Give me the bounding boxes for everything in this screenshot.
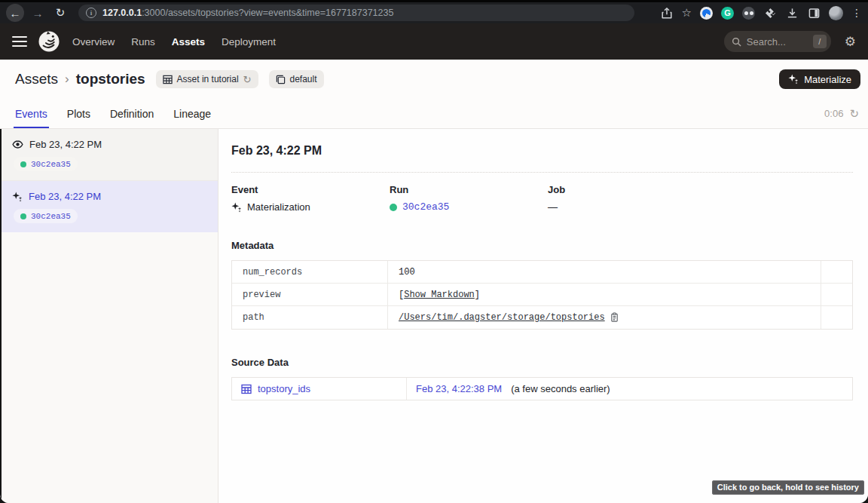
hamburger-menu-icon[interactable] [12,36,27,48]
table-row: topstory_ids Feb 23, 4:22:38 PM (a few s… [232,378,852,400]
metadata-extra-cell [821,284,852,305]
bracket-close: ] [475,290,480,300]
event-detail-panel: Feb 23, 4:22 PM Event Materialization Ru… [219,129,868,503]
sparkle-icon [788,74,799,84]
search-icon [732,37,741,47]
table-row: path /Users/tim/.dagster/storage/topstor… [232,306,852,329]
run-id-link[interactable]: 30c2ea35 [31,160,71,169]
tab-events[interactable]: Events [15,99,47,128]
copy-stack-icon [276,75,286,84]
search-placeholder: Search... [747,36,813,48]
app-window: ← → ↻ i 127.0.0.1:3000/assets/topstories… [0,0,868,503]
browser-profile-avatar[interactable] [829,6,843,20]
table-row: num_records 100 [232,261,852,284]
share-icon[interactable] [660,6,674,20]
browser-toolbar: ← → ↻ i 127.0.0.1:3000/assets/topstories… [0,0,868,23]
metadata-section-title: Metadata [231,240,853,251]
materialize-label: Materialize [804,74,851,85]
badge-refresh-icon[interactable]: ↻ [243,75,252,84]
extension-clock-icon[interactable] [700,7,713,20]
sparkle-icon [231,202,242,213]
source-timestamp-link[interactable]: Feb 23, 4:22:38 PM [416,383,502,394]
job-column-label: Job [548,184,706,195]
run-id-link[interactable]: 30c2ea35 [402,201,449,213]
table-grid-icon [241,384,252,394]
breadcrumb-current-asset: topstories [76,71,145,87]
metadata-key: num_records [232,261,388,283]
event-list-item-materialization[interactable]: Feb 23, 4:22 PM 30c2ea35 [0,181,218,232]
metadata-key: path [232,306,388,329]
metadata-table: num_records 100 preview [Show Markdown] … [231,260,853,330]
show-markdown-link[interactable]: Show Markdown [404,290,475,300]
window-edge [0,129,2,503]
table-row: preview [Show Markdown] [232,284,852,306]
asset-key-label: default [290,74,317,84]
source-timestamp-note: (a few seconds earlier) [511,383,610,394]
event-list-sidebar: Feb 23, 4:22 PM 30c2ea35 Feb 23, 4:22 PM… [0,129,219,503]
run-column-label: Run [390,184,548,195]
refresh-countdown: 0:06 [824,108,843,119]
site-info-icon[interactable]: i [86,8,96,18]
refresh-icon[interactable]: ↻ [849,107,859,121]
search-input[interactable]: Search... / [724,31,831,52]
asset-tabs: Events Plots Definition Lineage 0:06 ↻ [0,99,868,129]
dagster-logo[interactable] [38,30,60,53]
browser-forward-button[interactable]: → [29,4,47,22]
breadcrumb-assets[interactable]: Assets [15,71,58,87]
url-host: 127.0.0.1 [102,8,142,18]
asset-group-label: Asset in tutorial [177,74,239,84]
tab-lineage[interactable]: Lineage [173,99,211,128]
metadata-extra-cell [821,306,852,329]
extensions-puzzle-icon[interactable] [763,6,777,20]
metadata-extra-cell [821,261,852,283]
tab-definition[interactable]: Definition [110,99,154,128]
copy-clipboard-icon[interactable] [610,312,619,323]
tab-plots[interactable]: Plots [67,99,90,128]
source-asset-link[interactable]: topstory_ids [258,383,310,394]
path-link[interactable]: /Users/tim/.dagster/storage/topstories [399,312,605,323]
event-type-value: Materialization [247,201,310,213]
nav-item-assets[interactable]: Assets [172,36,205,48]
materialize-button[interactable]: Materialize [779,69,860,89]
breadcrumb-separator: › [65,72,69,87]
table-grid-icon [163,75,173,84]
asset-group-badge[interactable]: Asset in tutorial ↻ [156,70,258,88]
asset-key-badge[interactable]: default [269,70,324,88]
bookmark-star-icon[interactable]: ☆ [682,6,692,20]
event-timestamp: Feb 23, 4:22 PM [29,191,101,202]
run-id-link[interactable]: 30c2ea35 [31,212,71,221]
nav-item-overview[interactable]: Overview [72,36,115,48]
browser-menu-icon[interactable]: ⋮ [851,7,862,19]
browser-back-button[interactable]: ← [6,4,24,22]
source-data-table: topstory_ids Feb 23, 4:22:38 PM (a few s… [231,377,853,400]
event-column-label: Event [231,184,390,195]
run-id-pill[interactable]: 30c2ea35 [14,157,78,171]
divider [231,172,853,173]
nav-item-deployment[interactable]: Deployment [222,36,276,48]
metadata-value: 100 [399,267,415,278]
downloads-icon[interactable] [785,6,799,20]
bracket-open: [ [399,290,404,300]
event-timestamp: Feb 23, 4:22 PM [29,139,102,150]
job-value: — [548,201,558,213]
event-detail-title: Feb 23, 4:22 PM [231,144,853,158]
search-shortcut-key: / [813,35,827,48]
metadata-key: preview [232,284,388,305]
run-status-dot [20,161,26,167]
eye-icon [12,139,23,150]
auto-refresh-timer[interactable]: 0:06 ↻ [824,107,859,121]
run-id-pill[interactable]: 30c2ea35 [14,209,78,223]
sparkle-icon [12,192,23,202]
side-panel-icon[interactable] [807,6,821,20]
extension-grammarly-icon[interactable]: G [721,7,734,20]
run-status-dot [390,204,397,211]
run-status-dot [20,213,26,219]
browser-reload-button[interactable]: ↻ [51,4,69,22]
event-list-item-observation[interactable]: Feb 23, 4:22 PM 30c2ea35 [0,129,218,181]
address-bar[interactable]: i 127.0.0.1:3000/assets/topstories?view=… [78,5,634,21]
settings-gear-icon[interactable]: ⚙ [845,35,856,48]
extension-goggles-icon[interactable] [742,7,755,20]
nav-item-runs[interactable]: Runs [131,36,155,48]
source-data-section-title: Source Data [231,357,853,368]
url-path: :3000/assets/topstories?view=events&time… [142,8,393,18]
